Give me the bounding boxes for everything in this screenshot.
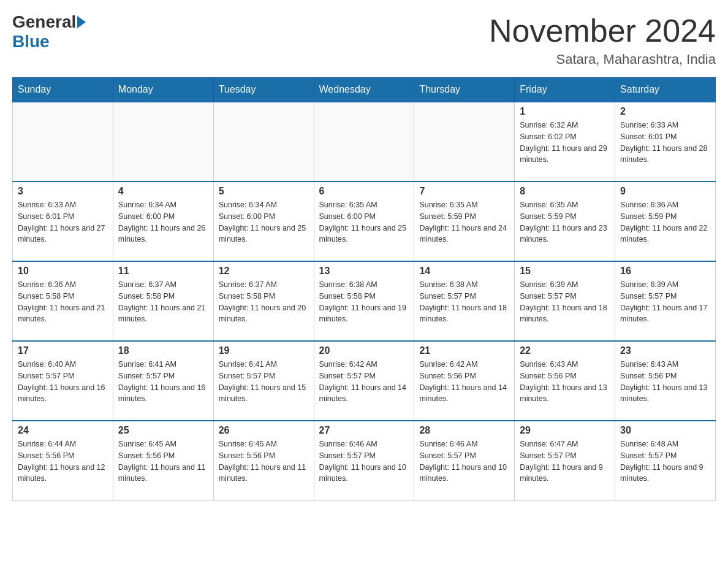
day-info: Sunrise: 6:32 AMSunset: 6:02 PMDaylight:… <box>520 120 610 166</box>
day-info: Sunrise: 6:37 AMSunset: 5:58 PMDaylight:… <box>219 279 309 325</box>
logo-blue-text: Blue <box>12 32 50 52</box>
calendar-cell: 19Sunrise: 6:41 AMSunset: 5:57 PMDayligh… <box>213 341 314 421</box>
day-number: 7 <box>419 186 509 197</box>
day-info: Sunrise: 6:39 AMSunset: 5:57 PMDaylight:… <box>520 279 610 325</box>
calendar-cell: 6Sunrise: 6:35 AMSunset: 6:00 PMDaylight… <box>314 182 414 261</box>
day-number: 27 <box>319 425 409 436</box>
calendar-cell: 12Sunrise: 6:37 AMSunset: 5:58 PMDayligh… <box>213 261 314 341</box>
calendar-cell <box>13 102 113 182</box>
day-info: Sunrise: 6:37 AMSunset: 5:58 PMDaylight:… <box>118 279 208 325</box>
calendar-table: SundayMondayTuesdayWednesdayThursdayFrid… <box>12 77 716 501</box>
day-number: 12 <box>219 266 309 277</box>
day-info: Sunrise: 6:41 AMSunset: 5:57 PMDaylight:… <box>118 359 208 405</box>
week-row-4: 17Sunrise: 6:40 AMSunset: 5:57 PMDayligh… <box>13 341 716 421</box>
calendar-cell: 7Sunrise: 6:35 AMSunset: 5:59 PMDaylight… <box>414 182 515 261</box>
calendar-cell <box>414 102 515 182</box>
week-row-2: 3Sunrise: 6:33 AMSunset: 6:01 PMDaylight… <box>13 182 716 261</box>
calendar-cell <box>314 102 414 182</box>
calendar-cell: 13Sunrise: 6:38 AMSunset: 5:58 PMDayligh… <box>314 261 414 341</box>
day-number: 6 <box>319 186 409 197</box>
calendar-header-row: SundayMondayTuesdayWednesdayThursdayFrid… <box>13 78 716 102</box>
day-number: 23 <box>620 345 710 356</box>
day-info: Sunrise: 6:35 AMSunset: 5:59 PMDaylight:… <box>520 199 610 245</box>
calendar-cell: 9Sunrise: 6:36 AMSunset: 5:59 PMDaylight… <box>615 182 716 261</box>
day-number: 26 <box>219 425 309 436</box>
location-subtitle: Satara, Maharashtra, India <box>489 52 716 67</box>
day-number: 9 <box>620 186 710 197</box>
day-info: Sunrise: 6:35 AMSunset: 6:00 PMDaylight:… <box>319 199 409 245</box>
day-number: 21 <box>419 345 509 356</box>
calendar-cell: 24Sunrise: 6:44 AMSunset: 5:56 PMDayligh… <box>13 421 113 500</box>
day-info: Sunrise: 6:42 AMSunset: 5:56 PMDaylight:… <box>419 359 509 405</box>
calendar-cell: 23Sunrise: 6:43 AMSunset: 5:56 PMDayligh… <box>615 341 716 421</box>
day-number: 18 <box>118 345 208 356</box>
day-info: Sunrise: 6:45 AMSunset: 5:56 PMDaylight:… <box>219 439 309 484</box>
day-info: Sunrise: 6:48 AMSunset: 5:57 PMDaylight:… <box>620 439 710 484</box>
page-header: General Blue November 2024 Satara, Mahar… <box>12 12 716 67</box>
day-number: 28 <box>419 425 509 436</box>
calendar-cell: 28Sunrise: 6:46 AMSunset: 5:57 PMDayligh… <box>414 421 515 500</box>
day-number: 5 <box>219 186 309 197</box>
day-info: Sunrise: 6:38 AMSunset: 5:57 PMDaylight:… <box>419 279 509 325</box>
calendar-cell: 4Sunrise: 6:34 AMSunset: 6:00 PMDaylight… <box>113 182 213 261</box>
calendar-cell: 27Sunrise: 6:46 AMSunset: 5:57 PMDayligh… <box>314 421 414 500</box>
logo: General Blue <box>12 12 87 52</box>
calendar-cell <box>113 102 213 182</box>
day-number: 11 <box>118 266 208 277</box>
day-number: 24 <box>18 425 108 436</box>
column-header-friday: Friday <box>515 78 615 102</box>
column-header-saturday: Saturday <box>615 78 716 102</box>
day-info: Sunrise: 6:34 AMSunset: 6:00 PMDaylight:… <box>118 199 208 245</box>
day-info: Sunrise: 6:39 AMSunset: 5:57 PMDaylight:… <box>620 279 710 325</box>
day-number: 19 <box>219 345 309 356</box>
logo-general-text: General <box>12 12 76 32</box>
day-info: Sunrise: 6:36 AMSunset: 5:58 PMDaylight:… <box>18 279 108 325</box>
column-header-tuesday: Tuesday <box>213 78 314 102</box>
day-info: Sunrise: 6:35 AMSunset: 5:59 PMDaylight:… <box>419 199 509 245</box>
day-info: Sunrise: 6:40 AMSunset: 5:57 PMDaylight:… <box>18 359 108 405</box>
calendar-cell: 2Sunrise: 6:33 AMSunset: 6:01 PMDaylight… <box>615 102 716 182</box>
day-number: 4 <box>118 186 208 197</box>
column-header-wednesday: Wednesday <box>314 78 414 102</box>
calendar-cell: 1Sunrise: 6:32 AMSunset: 6:02 PMDaylight… <box>515 102 615 182</box>
day-number: 17 <box>18 345 108 356</box>
day-info: Sunrise: 6:36 AMSunset: 5:59 PMDaylight:… <box>620 199 710 245</box>
calendar-cell: 25Sunrise: 6:45 AMSunset: 5:56 PMDayligh… <box>113 421 213 500</box>
day-number: 8 <box>520 186 610 197</box>
day-info: Sunrise: 6:46 AMSunset: 5:57 PMDaylight:… <box>419 439 509 484</box>
calendar-cell: 3Sunrise: 6:33 AMSunset: 6:01 PMDaylight… <box>13 182 113 261</box>
day-number: 10 <box>18 266 108 277</box>
day-info: Sunrise: 6:41 AMSunset: 5:57 PMDaylight:… <box>219 359 309 405</box>
day-info: Sunrise: 6:33 AMSunset: 6:01 PMDaylight:… <box>18 199 108 245</box>
month-year-title: November 2024 <box>489 12 716 49</box>
column-header-monday: Monday <box>113 78 213 102</box>
week-row-1: 1Sunrise: 6:32 AMSunset: 6:02 PMDaylight… <box>13 102 716 182</box>
day-info: Sunrise: 6:43 AMSunset: 5:56 PMDaylight:… <box>520 359 610 405</box>
calendar-cell: 20Sunrise: 6:42 AMSunset: 5:57 PMDayligh… <box>314 341 414 421</box>
calendar-cell: 16Sunrise: 6:39 AMSunset: 5:57 PMDayligh… <box>615 261 716 341</box>
calendar-cell: 10Sunrise: 6:36 AMSunset: 5:58 PMDayligh… <box>13 261 113 341</box>
day-number: 25 <box>118 425 208 436</box>
calendar-cell: 21Sunrise: 6:42 AMSunset: 5:56 PMDayligh… <box>414 341 515 421</box>
day-number: 20 <box>319 345 409 356</box>
day-info: Sunrise: 6:38 AMSunset: 5:58 PMDaylight:… <box>319 279 409 325</box>
week-row-5: 24Sunrise: 6:44 AMSunset: 5:56 PMDayligh… <box>13 421 716 500</box>
calendar-cell: 30Sunrise: 6:48 AMSunset: 5:57 PMDayligh… <box>615 421 716 500</box>
day-number: 14 <box>419 266 509 277</box>
calendar-cell: 22Sunrise: 6:43 AMSunset: 5:56 PMDayligh… <box>515 341 615 421</box>
day-number: 22 <box>520 345 610 356</box>
title-section: November 2024 Satara, Maharashtra, India <box>489 12 716 67</box>
day-info: Sunrise: 6:45 AMSunset: 5:56 PMDaylight:… <box>118 439 208 484</box>
logo-arrow-icon <box>77 16 86 28</box>
calendar-cell: 15Sunrise: 6:39 AMSunset: 5:57 PMDayligh… <box>515 261 615 341</box>
calendar-cell: 18Sunrise: 6:41 AMSunset: 5:57 PMDayligh… <box>113 341 213 421</box>
day-number: 1 <box>520 106 610 117</box>
day-info: Sunrise: 6:44 AMSunset: 5:56 PMDaylight:… <box>18 439 108 484</box>
calendar-cell: 17Sunrise: 6:40 AMSunset: 5:57 PMDayligh… <box>13 341 113 421</box>
calendar-cell: 29Sunrise: 6:47 AMSunset: 5:57 PMDayligh… <box>515 421 615 500</box>
day-number: 2 <box>620 106 710 117</box>
day-info: Sunrise: 6:34 AMSunset: 6:00 PMDaylight:… <box>219 199 309 245</box>
calendar-cell: 8Sunrise: 6:35 AMSunset: 5:59 PMDaylight… <box>515 182 615 261</box>
day-number: 15 <box>520 266 610 277</box>
day-info: Sunrise: 6:33 AMSunset: 6:01 PMDaylight:… <box>620 120 710 166</box>
